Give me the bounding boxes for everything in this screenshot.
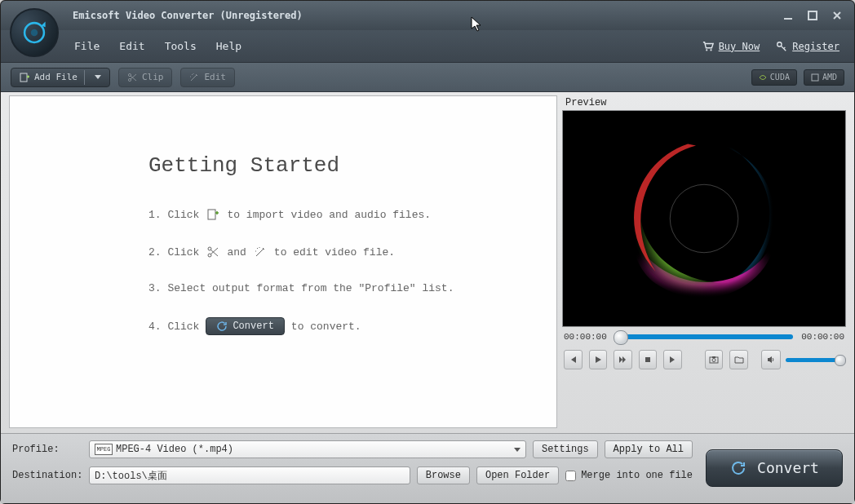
open-dest-folder-button[interactable]: Open Folder [476, 466, 559, 484]
profile-label: Profile: [12, 444, 82, 455]
step-2: 2. Click and to edit video file. [148, 245, 532, 259]
preview-image [563, 111, 845, 326]
browse-button[interactable]: Browse [417, 466, 470, 484]
seek-row: 00:00:00 00:00:00 [562, 327, 846, 347]
menubar: File Edit Tools Help Buy Now Register [1, 30, 854, 63]
register-link[interactable]: Register [776, 41, 839, 52]
cart-icon [702, 41, 714, 52]
svg-point-18 [712, 359, 715, 362]
convert-pill: Convert [206, 317, 284, 335]
snapshot-button[interactable] [705, 350, 724, 369]
app-window: Emicsoft Video Converter (Unregistered) … [0, 0, 855, 504]
stop-button[interactable] [639, 350, 658, 369]
settings-button[interactable]: Settings [533, 440, 598, 458]
key-icon [776, 41, 787, 52]
merge-checkbox-input[interactable] [565, 471, 576, 481]
clip-button: Clip [118, 68, 173, 87]
open-folder-button[interactable] [729, 350, 748, 369]
svg-rect-10 [812, 74, 818, 81]
wand-icon [253, 245, 268, 259]
volume-slider[interactable] [786, 358, 844, 362]
file-list-panel: Getting Started 1. Click to import video… [9, 95, 557, 428]
chevron-down-icon[interactable] [95, 75, 101, 79]
player-controls [562, 347, 846, 373]
refresh-icon [216, 321, 228, 332]
nvidia-icon [759, 73, 767, 82]
body-area: Getting Started 1. Click to import video… [1, 92, 854, 433]
amd-icon [811, 73, 819, 82]
play-button[interactable] [589, 350, 608, 369]
prev-button[interactable] [564, 350, 583, 369]
refresh-icon [729, 459, 747, 477]
seek-slider[interactable] [615, 334, 793, 339]
mpeg-icon: MPEG [95, 444, 113, 455]
cuda-badge[interactable]: CUDA [751, 69, 797, 86]
step-3: 3. Select output format from the "Profil… [148, 282, 532, 294]
preview-label: Preview [562, 95, 846, 110]
add-file-icon [20, 73, 29, 82]
step-1: 1. Click to import video and audio files… [148, 207, 532, 222]
titlebar: Emicsoft Video Converter (Unregistered) [1, 1, 854, 30]
chevron-down-icon [514, 448, 521, 452]
add-file-button[interactable]: Add File [11, 68, 110, 87]
destination-label: Destination: [12, 470, 82, 481]
menu-file[interactable]: File [74, 40, 100, 52]
minimize-button[interactable] [779, 8, 797, 23]
svg-rect-19 [712, 356, 715, 358]
preview-viewport [562, 110, 846, 327]
amd-badge[interactable]: AMD [804, 69, 844, 86]
app-logo [10, 8, 59, 57]
menu-edit[interactable]: Edit [119, 40, 144, 52]
svg-rect-7 [20, 73, 27, 82]
svg-point-4 [706, 49, 707, 51]
step-4: 4. Click Convert to convert. [148, 317, 532, 335]
time-current: 00:00:00 [564, 332, 607, 342]
buy-now-link[interactable]: Buy Now [702, 41, 760, 52]
apply-all-button[interactable]: Apply to All [605, 440, 693, 458]
menu-help[interactable]: Help [216, 40, 241, 52]
add-file-icon [206, 207, 220, 222]
time-total: 00:00:00 [801, 332, 844, 342]
edit-button: Edit [180, 68, 235, 87]
scissors-icon [127, 73, 137, 82]
wand-icon [189, 73, 199, 82]
svg-point-1 [31, 29, 38, 37]
svg-rect-3 [808, 11, 817, 20]
getting-started-heading: Getting Started [148, 153, 532, 178]
bottom-bar: Profile: MPEG MPEG-4 Video (*.mp4) Setti… [1, 433, 854, 503]
svg-rect-11 [208, 210, 215, 219]
maximize-button[interactable] [804, 8, 822, 23]
convert-button[interactable]: Convert [706, 449, 843, 487]
svg-point-5 [710, 49, 711, 51]
split-divider [84, 70, 85, 85]
svg-rect-2 [784, 18, 792, 20]
toolbar: Add File Clip Edit CUDA AMD [1, 63, 854, 92]
window-title: Emicsoft Video Converter (Unregistered) [73, 10, 303, 21]
destination-input[interactable]: D:\tools\桌面 [89, 466, 410, 484]
next-button[interactable] [663, 350, 682, 369]
mute-button[interactable] [761, 350, 781, 369]
close-button[interactable] [828, 8, 846, 23]
menu-tools[interactable]: Tools [165, 40, 197, 52]
merge-checkbox[interactable]: Merge into one file [565, 470, 693, 481]
profile-combo[interactable]: MPEG MPEG-4 Video (*.mp4) [89, 440, 526, 458]
svg-rect-16 [645, 357, 650, 362]
getting-started: Getting Started 1. Click to import video… [10, 96, 556, 374]
fast-forward-button[interactable] [614, 350, 632, 369]
preview-panel: Preview [562, 95, 846, 428]
scissors-icon [206, 245, 220, 259]
